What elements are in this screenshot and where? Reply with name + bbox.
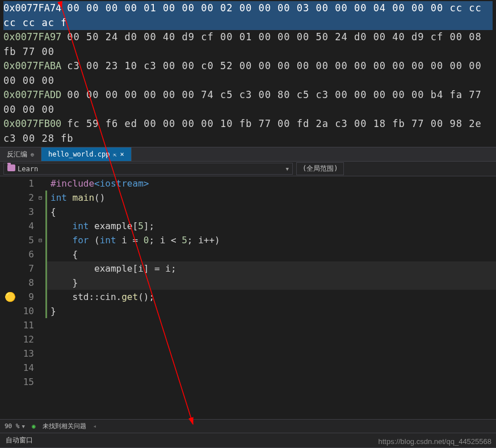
pin-icon[interactable]: ⇱ [113,151,116,158]
memory-row[interactable]: 0x0077FA9700 50 24 d0 00 40 d9 cf 00 01 … [3,30,493,59]
fold-icon[interactable]: ⊟ [39,191,42,205]
code-editor[interactable]: 123456789101112131415 #include<iostream>… [0,176,496,419]
line-number: 13 [0,346,34,361]
scope-label: (全局范围) [302,164,338,172]
check-icon: ◉ [32,422,36,430]
line-number: 11 [0,318,34,332]
tab-label: hello_world.cpp [48,150,110,158]
line-number: 3 [0,205,34,219]
line-number: 4 [0,219,34,233]
code-line[interactable]: { [45,247,496,261]
tab-label: 反汇编 [7,150,27,159]
tab-source-file[interactable]: hello_world.cpp ⇱ × [41,147,132,161]
line-number: 2 [0,191,34,205]
project-name: Learn [18,165,38,173]
fold-icon[interactable]: ⊟ [39,233,42,247]
line-number: 7 [0,261,34,276]
line-number: 8 [0,276,34,290]
scope-selector[interactable]: (全局范围) [296,162,344,175]
code-area[interactable]: #include<iostream>⊟int main(){ int examp… [45,176,496,419]
project-icon [7,164,15,171]
memory-row[interactable]: 0x0077FADD00 00 00 00 00 00 00 74 c5 c3 … [3,88,493,117]
line-number: 14 [0,361,34,375]
code-line[interactable]: 🟡 std::cin.get(); [45,290,496,304]
code-line[interactable]: int example[5]; [45,219,496,233]
close-icon[interactable]: × [120,150,124,158]
line-number: 15 [0,375,34,389]
code-line[interactable]: ⊟int main() [45,191,496,205]
line-number: 6 [0,247,34,261]
memory-row[interactable]: 0x0077FABAc3 00 23 10 c3 00 00 c0 52 00 … [3,59,493,88]
memory-row[interactable]: 0x0077FA7400 00 00 00 01 00 00 00 02 00 … [3,1,493,30]
code-line[interactable]: } [45,304,496,318]
line-number: 10 [0,304,34,318]
collapse-icon[interactable]: ◂ [93,422,97,430]
zoom-control[interactable]: 90 % ▼ [5,422,25,430]
code-line[interactable]: ⊟ for (int i = 0; i < 5; i++) [45,233,496,247]
memory-view: 0x0077FA7400 00 00 00 01 00 00 00 02 00 … [0,0,496,147]
code-line[interactable]: { [45,205,496,219]
code-line[interactable]: example[i] = i; [45,261,496,276]
scope-bar: Learn ▼ (全局范围) [0,162,496,176]
status-bar: 90 % ▼ ◉ 未找到相关问题 ◂ [0,419,496,433]
project-selector[interactable]: Learn ▼ [3,163,293,175]
line-number: 12 [0,332,34,346]
chevron-down-icon: ▼ [286,166,289,172]
tab-bar: 反汇编 ⊕ hello_world.cpp ⇱ × [0,147,496,162]
tab-disassembly[interactable]: 反汇编 ⊕ [0,147,41,161]
watermark: https://blog.csdn.net/qq_44525568 [379,437,492,446]
code-line[interactable]: #include<iostream> [45,176,496,191]
status-message: 未找到相关问题 [43,422,86,430]
line-number: 1 [0,176,34,191]
pin-icon[interactable]: ⊕ [31,151,34,158]
breakpoint-icon[interactable]: 🟡 [5,290,12,298]
code-line[interactable]: } [45,276,496,290]
line-number: 5 [0,233,34,247]
zoom-value: 90 % [5,422,20,430]
memory-row[interactable]: 0x0077FB00fc 59 f6 ed 00 00 00 00 10 fb … [3,117,493,146]
